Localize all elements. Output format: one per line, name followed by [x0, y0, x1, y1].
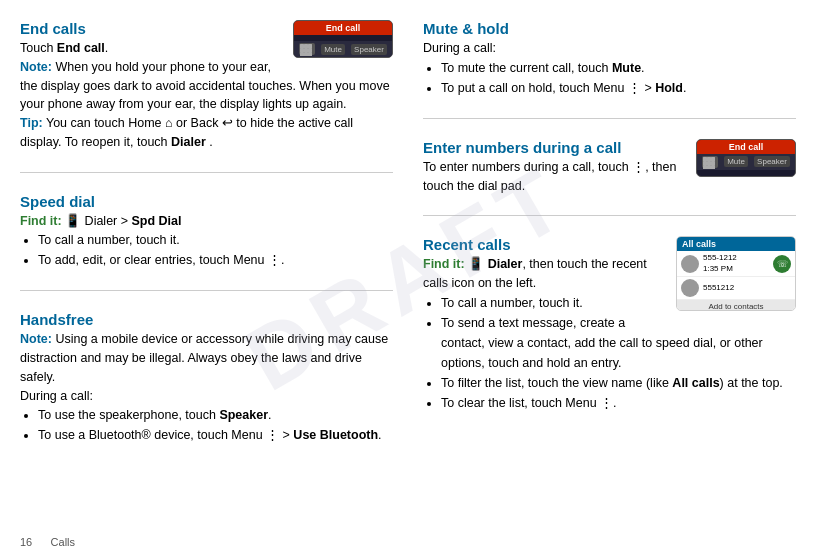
use-bluetooth-bold: Use Bluetooth — [293, 428, 378, 442]
enter-end-call-bar: End call — [697, 140, 795, 154]
handsfree-title: Handsfree — [20, 311, 393, 328]
contact-time-1: 1:35 PM — [703, 264, 737, 274]
end-calls-tip: Tip: You can touch Home ⌂ or Back ↩ to h… — [20, 114, 393, 152]
mute-bold: Mute — [612, 61, 641, 75]
divider-2 — [20, 290, 393, 291]
contact-info-2: 5551212 — [703, 283, 734, 293]
find-it-body: 📱 Dialer > Spd Dial — [65, 214, 181, 228]
handsfree-section: Handsfree Note: Using a mobile device or… — [20, 311, 393, 445]
contact-number-1: 555-1212 — [703, 253, 737, 263]
all-calls-bold: All calls — [672, 376, 719, 390]
speed-dial-find: Find it: 📱 Dialer > Spd Dial — [20, 212, 393, 231]
mute-hold-list: To mute the current call, touch Mute. To… — [423, 58, 796, 98]
hold-bold: Hold — [655, 81, 683, 95]
contact-avatar-1 — [681, 255, 699, 273]
page-container: End call Mute Speaker End calls Touch En… — [0, 0, 816, 556]
tip-end: . — [209, 135, 212, 149]
tip-dialer: Dialer — [171, 135, 206, 149]
end-call-phone-mockup: End call Mute Speaker — [293, 20, 393, 58]
call-back-button-1[interactable]: ☏ — [773, 255, 791, 273]
recent-row-2: 5551212 — [677, 277, 795, 300]
speaker-button-mockup: Speaker — [351, 44, 387, 55]
left-column: End call Mute Speaker End calls Touch En… — [20, 20, 393, 546]
footer-page-number: 16 — [20, 536, 32, 548]
divider-4 — [423, 215, 796, 216]
mute-button-mockup: Mute — [321, 44, 345, 55]
enter-phone-bottom: Mute Speaker — [697, 154, 795, 170]
list-item: To use a Bluetooth® device, touch Menu ⋮… — [38, 425, 393, 445]
list-item: To clear the list, touch Menu ⋮. — [441, 393, 796, 413]
handsfree-note-body: Using a mobile device or accessory while… — [20, 332, 388, 384]
list-item: To filter the list, touch the view name … — [441, 373, 796, 393]
enter-numbers-section: End call Mute Speaker Enter numbers duri… — [423, 139, 796, 196]
enter-mute-button: Mute — [724, 156, 748, 167]
handsfree-note: Note: Using a mobile device or accessory… — [20, 330, 393, 386]
recent-row-1: 555-1212 1:35 PM ☏ — [677, 251, 795, 277]
mute-hold-section: Mute & hold During a call: To mute the c… — [423, 20, 796, 98]
all-calls-header: All calls — [677, 237, 795, 251]
add-to-contacts-footer[interactable]: Add to contacts — [677, 300, 795, 311]
recent-calls-section: All calls 555-1212 1:35 PM ☏ 5551212 Add… — [423, 236, 796, 413]
list-item: To add, edit, or clear entries, touch Me… — [38, 250, 393, 270]
dial-grid-icon — [299, 43, 315, 55]
handsfree-during: During a call: — [20, 387, 393, 406]
enter-dial-grid-icon — [702, 156, 718, 168]
phone-bottom-bar: Mute Speaker — [294, 41, 392, 57]
list-item: To mute the current call, touch Mute. — [441, 58, 796, 78]
mute-hold-title: Mute & hold — [423, 20, 796, 37]
list-item: To use the speakerphone, touch Speaker. — [38, 405, 393, 425]
tip-label: Tip: — [20, 116, 43, 130]
divider-1 — [20, 172, 393, 173]
right-column: Mute & hold During a call: To mute the c… — [423, 20, 796, 546]
handsfree-note-label: Note: — [20, 332, 52, 346]
footer-section-label: Calls — [51, 536, 75, 548]
speaker-bold: Speaker — [219, 408, 268, 422]
contact-number-2: 5551212 — [703, 283, 734, 293]
speed-dial-list: To call a number, touch it. To add, edit… — [20, 230, 393, 270]
list-item: To put a call on hold, touch Menu ⋮ > Ho… — [441, 78, 796, 98]
find-it-label: Find it: — [20, 214, 62, 228]
end-call-inline-bold: End call — [57, 41, 105, 55]
mute-hold-during: During a call: — [423, 39, 796, 58]
enter-speaker-button: Speaker — [754, 156, 790, 167]
enter-numbers-phone-mockup: End call Mute Speaker — [696, 139, 796, 177]
end-calls-note: Note: When you hold your phone to your e… — [20, 58, 393, 114]
recent-find-label: Find it: — [423, 257, 465, 271]
dialer-inline: Dialer — [488, 257, 523, 271]
end-calls-section: End call Mute Speaker End calls Touch En… — [20, 20, 393, 152]
end-call-bar: End call — [294, 21, 392, 35]
contact-avatar-2 — [681, 279, 699, 297]
list-item: To send a text message, create a contact… — [441, 313, 796, 373]
page-footer: 16 Calls — [20, 536, 75, 548]
contact-info-1: 555-1212 1:35 PM — [703, 253, 737, 274]
list-item: To call a number, touch it. — [38, 230, 393, 250]
handsfree-list: To use the speakerphone, touch Speaker. … — [20, 405, 393, 445]
speed-dial-title: Speed dial — [20, 193, 393, 210]
note-label: Note: — [20, 60, 52, 74]
speed-dial-section: Speed dial Find it: 📱 Dialer > Spd Dial … — [20, 193, 393, 271]
spd-dial-bold: Spd Dial — [132, 214, 182, 228]
recent-calls-phone-mockup: All calls 555-1212 1:35 PM ☏ 5551212 Add… — [676, 236, 796, 311]
note-body: When you hold your phone to your ear, th… — [20, 60, 390, 112]
divider-3 — [423, 118, 796, 119]
